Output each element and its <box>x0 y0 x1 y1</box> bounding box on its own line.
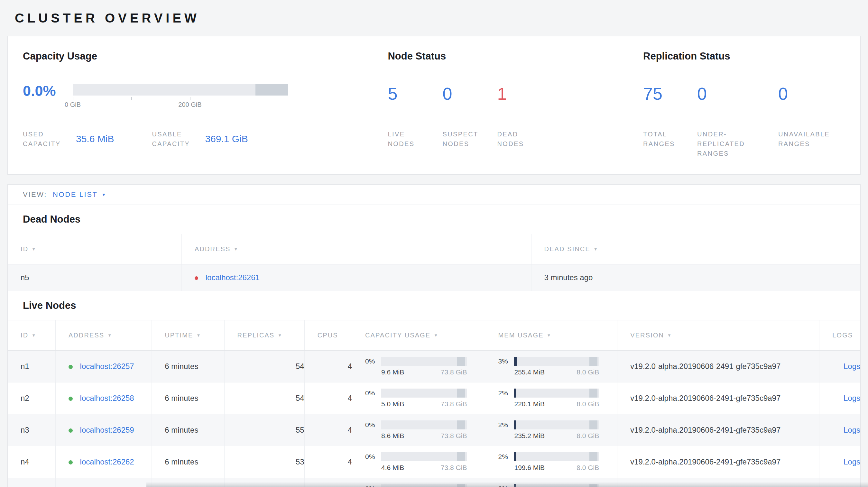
total-ranges-label: TOTAL RANGES <box>643 129 679 149</box>
node-logs-link[interactable]: Logs <box>843 426 860 434</box>
capacity-meter-body: 7.8 MiB 73.8 GiB <box>381 484 485 487</box>
replicas-value: 54 <box>296 394 304 402</box>
node-mem-usage-cell: 2% 199.6 MiB 8.0 GiB <box>485 446 617 478</box>
mem-meter-values: 220.1 MiB 8.0 GiB <box>514 400 599 408</box>
live-node-row: n1 localhost:26257 6 minutes 54 4 0% 9.6… <box>8 351 860 383</box>
mem-usage-meter: 2% 225.5 MiB 8.0 GiB <box>498 484 617 487</box>
node-logs-link[interactable]: Logs <box>843 457 860 466</box>
column-label: DEAD SINCE <box>544 246 590 253</box>
sort-icon: ▼ <box>278 333 282 338</box>
column-header-version[interactable]: VERSION▼ <box>617 320 819 351</box>
view-selector-bar: VIEW: NODE LIST ▼ <box>8 185 860 205</box>
node-mem-usage-cell: 3% 255.4 MiB 8.0 GiB <box>485 351 617 383</box>
mem-meter-body: 225.5 MiB 8.0 GiB <box>514 484 617 487</box>
node-id: n3 <box>21 426 29 434</box>
mem-total-value: 8.0 GiB <box>577 400 599 408</box>
node-id: n1 <box>21 362 29 370</box>
mem-meter-reserved-segment <box>589 452 597 461</box>
node-replicas-cell: 55 <box>224 478 304 487</box>
node-id: n2 <box>21 394 29 402</box>
column-header-id[interactable]: ID▼ <box>8 320 55 351</box>
axis-tick <box>190 97 190 100</box>
capacity-usage-meter: 0% 9.6 MiB 73.8 GiB <box>365 357 485 376</box>
view-dropdown[interactable]: NODE LIST ▼ <box>53 190 106 199</box>
dead-nodes-header-row: ID▼ ADDRESS▼ DEAD SINCE▼ <box>8 234 860 264</box>
mem-used-value: 199.6 MiB <box>514 464 545 471</box>
used-capacity-value: 35.6 MiB <box>76 133 114 144</box>
column-header-id[interactable]: ID▼ <box>8 234 182 264</box>
node-address-link[interactable]: localhost:26262 <box>80 457 134 466</box>
node-address-link[interactable]: localhost:26259 <box>80 426 134 434</box>
mem-total-value: 8.0 GiB <box>577 432 599 440</box>
node-address-link[interactable]: localhost:26257 <box>80 362 134 370</box>
mem-meter-bar <box>514 452 599 461</box>
column-header-uptime[interactable]: UPTIME▼ <box>152 320 224 351</box>
node-logs-link[interactable]: Logs <box>843 362 860 370</box>
node-live-status-icon <box>68 428 73 433</box>
node-address-link[interactable]: localhost:26261 <box>206 273 260 282</box>
node-uptime-cell: 6 minutes <box>152 478 224 487</box>
column-label: CPUS <box>317 332 338 339</box>
suspect-nodes-count: 0 <box>442 84 476 103</box>
node-mem-usage-cell: 2% 220.1 MiB 8.0 GiB <box>485 383 617 414</box>
mem-usage-meter: 2% 199.6 MiB 8.0 GiB <box>498 452 617 471</box>
capacity-usage-meter: 0% 5.0 MiB 73.8 GiB <box>365 389 485 408</box>
mem-meter-values: 255.4 MiB 8.0 GiB <box>514 368 599 376</box>
mem-meter-reserved-segment <box>589 389 597 397</box>
capacity-percent: 0% <box>365 357 381 376</box>
mem-used-value: 235.2 MiB <box>514 432 545 440</box>
node-capacity-usage-cell: 0% 7.8 MiB 73.8 GiB <box>352 478 485 487</box>
dead-nodes-label: DEAD NODES <box>497 129 531 149</box>
capacity-meter-bar <box>381 420 467 429</box>
capacity-percent: 0% <box>365 452 381 471</box>
node-uptime-cell: 6 minutes <box>152 351 224 383</box>
under-replicated-label: UNDER-REPLICATED RANGES <box>697 129 760 158</box>
column-header-mem-usage[interactable]: MEM USAGE▼ <box>485 320 617 351</box>
mem-percent: 3% <box>498 357 514 376</box>
node-replicas-cell: 54 <box>224 383 304 414</box>
mem-used-value: 255.4 MiB <box>514 368 545 376</box>
column-header-dead-since[interactable]: DEAD SINCE▼ <box>531 234 860 264</box>
usable-capacity-value: 369.1 GiB <box>205 133 248 144</box>
uptime-value: 6 minutes <box>165 457 198 466</box>
node-logs-cell: Logs <box>819 351 860 383</box>
node-replicas-cell: 55 <box>224 414 304 446</box>
cpus-value: 4 <box>348 457 352 466</box>
column-header-address[interactable]: ADDRESS▼ <box>55 320 152 351</box>
capacity-total-value: 73.8 GiB <box>441 368 467 376</box>
column-header-replicas[interactable]: REPLICAS▼ <box>224 320 304 351</box>
mem-usage-meter: 2% 235.2 MiB 8.0 GiB <box>498 420 617 440</box>
version-value: v19.2.0-alpha.20190606-2491-gfe735c9a97 <box>630 426 780 434</box>
node-logs-link[interactable]: Logs <box>843 394 860 402</box>
capacity-percent: 0% <box>365 484 381 487</box>
capacity-meter-reserved-segment <box>457 452 465 461</box>
column-label: UPTIME <box>165 332 193 339</box>
capacity-meter-bar <box>381 452 467 461</box>
mem-meter-values: 199.6 MiB 8.0 GiB <box>514 464 599 471</box>
mem-meter-body: 235.2 MiB 8.0 GiB <box>514 420 617 440</box>
node-cpus-cell: 4 <box>304 446 352 478</box>
caret-down-icon: ▼ <box>102 192 106 197</box>
column-header-address[interactable]: ADDRESS▼ <box>182 234 531 264</box>
mem-meter-reserved-segment <box>589 420 597 429</box>
node-address-cell: localhost:26258 <box>55 383 152 414</box>
node-address-link[interactable]: localhost:26258 <box>80 394 134 402</box>
mem-meter-values: 235.2 MiB 8.0 GiB <box>514 432 599 440</box>
capacity-percent: 0% <box>365 420 381 440</box>
column-header-capacity-usage[interactable]: CAPACITY USAGE▼ <box>352 320 485 351</box>
live-nodes-table: ID▼ ADDRESS▼ UPTIME▼ REPLICAS▼ CPUS CAPA… <box>8 320 860 487</box>
under-replicated-ranges-stat: 0 UNDER-REPLICATED RANGES <box>697 84 760 158</box>
replication-status-title: Replication Status <box>643 51 845 62</box>
mem-percent: 2% <box>498 389 514 408</box>
node-cpus-cell: 4 <box>304 478 352 487</box>
node-logs-cell: Logs <box>819 446 860 478</box>
sort-icon: ▼ <box>594 247 598 252</box>
node-capacity-usage-cell: 0% 8.6 MiB 73.8 GiB <box>352 414 485 446</box>
node-id-cell: n3 <box>8 414 55 446</box>
capacity-meter-body: 4.6 MiB 73.8 GiB <box>381 452 485 471</box>
node-capacity-usage-cell: 0% 5.0 MiB 73.8 GiB <box>352 383 485 414</box>
mem-meter-fill <box>514 420 516 429</box>
dead-nodes-table: ID▼ ADDRESS▼ DEAD SINCE▼ n5 localhost:26… <box>8 234 860 291</box>
column-header-cpus[interactable]: CPUS <box>304 320 352 351</box>
capacity-meter-reserved-segment <box>457 389 465 397</box>
